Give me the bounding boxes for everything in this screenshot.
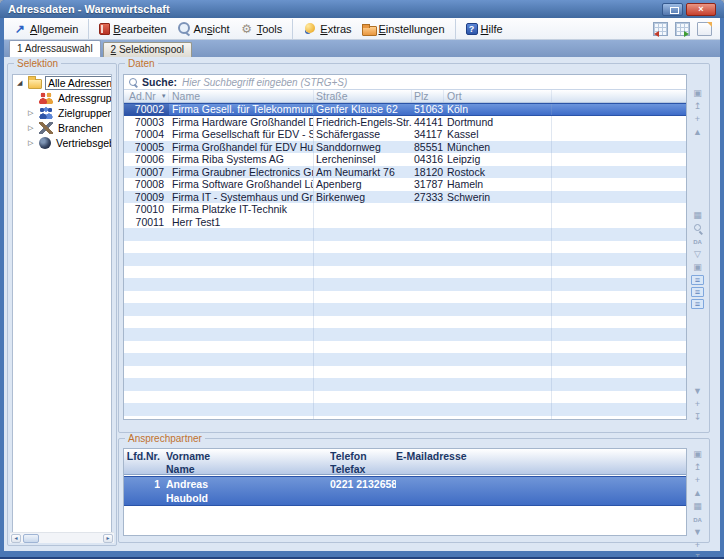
selektion-label: Selektion (14, 58, 61, 69)
column-header[interactable]: Straße (314, 90, 412, 102)
empty-row (124, 391, 686, 404)
people-blue (39, 107, 53, 119)
export-grid-icon[interactable] (653, 22, 668, 36)
daten-groupbox: Daten Suche: Hier Suchbegriff eingeben (… (118, 63, 710, 433)
add-icon[interactable]: + (691, 475, 705, 486)
tree-expander-icon[interactable]: ▷ (28, 109, 39, 117)
titlebar[interactable]: Adressdaten - Warenwirtschaft × (0, 0, 724, 18)
contact-column-header[interactable]: E-Mailadresse (396, 449, 686, 474)
sort-az-icon[interactable]: DA (691, 514, 705, 525)
cell-filler (552, 191, 686, 204)
menu-extras[interactable]: Extras (298, 19, 356, 39)
list-view-icon[interactable]: ≡ (691, 299, 704, 309)
add-icon[interactable]: + (691, 540, 705, 551)
move-down-icon[interactable]: ▼ (691, 386, 705, 397)
move-down-icon[interactable]: ▼ (691, 527, 705, 538)
table-row[interactable]: 70005 Firma Großhandel für EDV Hutner Sa… (124, 141, 686, 154)
cell-adnr: 70002 (124, 104, 169, 115)
sort-az-icon[interactable]: DA (691, 236, 705, 247)
menu-einstellungen[interactable]: Einstellungen (357, 19, 456, 39)
contact-column-header[interactable]: VornameName (164, 449, 330, 474)
menu-allgemein[interactable]: ↗ Allgemein (8, 19, 89, 39)
table-row[interactable]: 70009 Firma IT - Systemhaus und Großhand… (124, 191, 686, 204)
tree-item-vertriebsgebiete[interactable]: ▷ Vertriebsgebiete (13, 135, 111, 150)
table-row[interactable]: 70008 Firma Software Großhandel Lübke AG… (124, 178, 686, 191)
move-last-icon[interactable]: ↧ (691, 412, 705, 423)
tree-expander-icon[interactable]: ◢ (17, 79, 28, 87)
contact-toolbar-strip: ▣↥+▲▦DA▼+↧ (689, 449, 706, 538)
add-icon[interactable]: + (691, 114, 705, 125)
window-body: ↗ Allgemein Bearbeiten Ansicht ⚙ Tools (4, 18, 720, 551)
filter-icon[interactable]: ▽ (691, 249, 705, 260)
menu-tools[interactable]: ⚙ Tools (235, 19, 294, 39)
cell-filler (552, 153, 686, 166)
copy-page-icon[interactable]: ▣ (691, 262, 705, 273)
cell-name: Firma Gesell. für Telekommunikation (169, 104, 314, 115)
menu-bearbeiten[interactable]: Bearbeiten (94, 19, 171, 39)
table-row[interactable]: 70003 Firma Hardware Großhandel Dortmund… (124, 116, 686, 129)
cell-strasse (314, 203, 412, 216)
column-header[interactable]: Name (169, 90, 314, 102)
list-view-icon[interactable]: ≡ (691, 275, 704, 285)
cell-filler (552, 216, 686, 229)
tree-hscrollbar[interactable]: ◄ ► (10, 532, 114, 543)
scroll-left-icon[interactable]: ◄ (11, 534, 21, 543)
columns-icon[interactable]: ▦ (691, 501, 705, 512)
table-row[interactable]: 70004 Firma Gesellschaft für EDV - Syste… (124, 128, 686, 141)
add-icon[interactable]: + (691, 399, 705, 410)
tree-expander-icon[interactable]: ▷ (28, 139, 39, 147)
menu-hilfe[interactable]: ? Hilfe (461, 19, 508, 39)
new-document-icon[interactable] (697, 22, 712, 36)
contact-column-header[interactable]: Lfd.Nr. (124, 449, 164, 474)
tree-item-adressgruppen[interactable]: Adressgruppen (13, 90, 111, 105)
tree-item-label: Vertriebsgebiete (54, 137, 112, 149)
cell-filler (552, 141, 686, 154)
search-input[interactable]: Hier Suchbegriff eingeben (STRG+S) (182, 77, 686, 88)
scrollbar-thumb[interactable] (23, 534, 39, 543)
cell-ort: Dortmund (444, 116, 552, 129)
cell-plz: 27333 (412, 191, 444, 204)
move-last-icon[interactable]: ↧ (691, 553, 705, 559)
copy-icon[interactable]: ▣ (691, 449, 705, 460)
cell-ort: Hameln (444, 178, 552, 191)
refresh-grid-icon[interactable] (675, 22, 690, 36)
column-header[interactable]: Ad.Nr▼ (124, 90, 169, 102)
tree-item-zielgruppen[interactable]: ▷ Zielgruppen (13, 105, 111, 120)
close-button[interactable]: × (686, 3, 716, 16)
cell-name: Firma Graubner Electronics GmbH (169, 166, 314, 179)
cell-ort (444, 203, 552, 216)
table-row[interactable]: 70002 Firma Gesell. für Telekommunikatio… (124, 103, 686, 116)
tab-selektionspool[interactable]: 2 Selektionspool (103, 42, 192, 57)
empty-row (124, 266, 686, 279)
list-view-icon[interactable]: ≡ (691, 287, 704, 297)
move-up-icon[interactable]: ▲ (691, 488, 705, 499)
contact-table: Lfd.Nr. VornameName TelefonTelefax E-Mai… (123, 448, 687, 536)
column-header[interactable]: Ort (444, 90, 552, 102)
tree-item-branchen[interactable]: ▷ Branchen (13, 120, 111, 135)
tab-adressauswahl[interactable]: 1 Adressauswahl (9, 40, 101, 57)
move-first-icon[interactable]: ↥ (691, 101, 705, 112)
columns-icon[interactable]: ▦ (691, 210, 705, 221)
move-first-icon[interactable]: ↥ (691, 462, 705, 473)
search-bar: Suche: Hier Suchbegriff eingeben (STRG+S… (124, 75, 686, 90)
search-icon[interactable] (691, 223, 705, 234)
copy-icon[interactable]: ▣ (691, 88, 705, 99)
menu-label: Einstellungen (379, 23, 445, 35)
table-row[interactable]: 70011 Herr Test1 (124, 216, 686, 229)
menu-ansicht[interactable]: Ansicht (172, 19, 235, 39)
people-red (39, 92, 53, 104)
cell-name: Herr Test1 (169, 216, 314, 229)
cell-filler (552, 203, 686, 216)
contact-column-header[interactable]: TelefonTelefax (330, 449, 396, 474)
move-up-icon[interactable]: ▲ (691, 127, 705, 138)
tree-expander-icon[interactable]: ▷ (28, 124, 39, 132)
table-row[interactable]: 70006 Firma Riba Systems AG Lercheninsel… (124, 153, 686, 166)
table-row[interactable]: 70010 Firma Platzke IT-Technik (124, 203, 686, 216)
scroll-right-icon[interactable]: ► (103, 534, 113, 543)
contact-row[interactable]: 1 AndreasHaubold 0221 2132658 (124, 476, 686, 506)
column-header[interactable]: Plz (412, 90, 444, 102)
table-row[interactable]: 70007 Firma Graubner Electronics GmbH Am… (124, 166, 686, 179)
tree-item-alle-adressen[interactable]: ◢ Alle Adressen (13, 75, 111, 90)
cell-plz: 51063 (412, 104, 444, 115)
restore-button[interactable] (662, 3, 683, 16)
